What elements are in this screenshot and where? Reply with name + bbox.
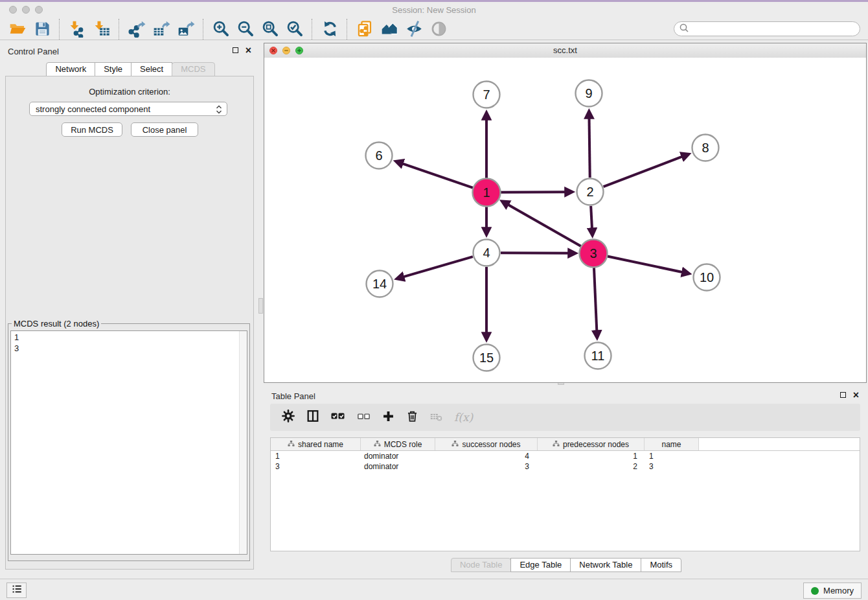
graph-node-7[interactable]: 7 (474, 82, 500, 108)
tab-motifs[interactable]: Motifs (641, 558, 681, 572)
graph-node-8[interactable]: 8 (692, 135, 719, 161)
search-box[interactable] (674, 21, 860, 36)
delete-table-icon (429, 409, 444, 426)
vertical-splitter-handle[interactable] (258, 298, 263, 314)
network-graph[interactable]: 1234678910111415 (264, 58, 866, 382)
svg-text:11: 11 (591, 349, 605, 363)
open-folder-button[interactable] (5, 19, 30, 39)
network-close-icon[interactable] (269, 47, 277, 54)
delete-table-button (429, 409, 444, 426)
tab-edge-table[interactable]: Edge Table (510, 558, 571, 572)
graph-edge-2-3[interactable] (591, 206, 592, 235)
zoom-selected-button[interactable] (282, 19, 307, 39)
graph-node-10[interactable]: 10 (694, 264, 720, 291)
eye-disabled-button (426, 19, 451, 39)
optimization-criterion-select[interactable]: strongly connected component (29, 102, 227, 116)
graph-node-4[interactable]: 4 (474, 240, 500, 266)
home-button[interactable] (377, 19, 402, 39)
result-scrollbar[interactable] (239, 331, 247, 554)
network-canvas[interactable]: 1234678910111415 (264, 58, 866, 382)
clone-network-button[interactable] (352, 19, 377, 39)
import-network-button[interactable] (65, 19, 89, 39)
table-panel-title: Table Panel (271, 391, 315, 401)
float-table-panel-icon[interactable] (840, 392, 846, 398)
column-header-mcds-role[interactable]: MCDS role (361, 438, 435, 450)
graph-node-2[interactable]: 2 (577, 179, 604, 205)
zoom-fit-button[interactable] (258, 19, 282, 39)
mcds-panel: Optimization criterion: strongly connect… (5, 76, 254, 570)
graph-node-15[interactable]: 15 (474, 345, 500, 371)
graph-edge-2-9[interactable] (589, 111, 589, 178)
graph-edge-4-14[interactable] (397, 257, 473, 279)
graph-edge-2-8[interactable] (604, 154, 689, 187)
run-mcds-button[interactable]: Run MCDS (62, 122, 122, 137)
table-row[interactable]: 1 dominator 4 1 1 (271, 451, 860, 461)
graph-edge-1-6[interactable] (396, 161, 473, 188)
control-panel-tabs: Network Style Select MCDS (0, 62, 260, 76)
tab-mcds[interactable]: MCDS (172, 62, 214, 76)
mcds-result-box[interactable]: 1 3 (10, 330, 247, 555)
zoom-out-icon (237, 20, 255, 38)
graph-node-1[interactable]: 1 (473, 179, 501, 207)
node-table: shared name MCDS role successor nodes pr… (270, 437, 860, 551)
export-table-icon (153, 20, 170, 38)
column-header-name[interactable]: name (645, 438, 699, 450)
open-folder-icon (9, 20, 27, 38)
import-table-button[interactable] (89, 19, 114, 39)
columns-button[interactable] (306, 409, 320, 426)
graph-edge-3-1[interactable] (502, 202, 581, 246)
close-panel-button[interactable]: Close panel (131, 122, 198, 137)
graph-edge-4-3[interactable] (501, 253, 575, 253)
trash-button[interactable] (405, 410, 419, 426)
tab-network[interactable]: Network (46, 62, 95, 76)
check-all-button[interactable] (330, 408, 346, 426)
save-button[interactable] (30, 19, 54, 39)
table-row[interactable]: 3 dominator 3 2 3 (271, 461, 860, 472)
column-header-successor-nodes[interactable]: successor nodes (435, 438, 538, 450)
hide-details-button[interactable] (402, 19, 426, 39)
svg-text:7: 7 (483, 87, 490, 102)
function-builder-button: f(x) (454, 411, 473, 424)
tab-select[interactable]: Select (131, 62, 172, 76)
search-input[interactable] (689, 23, 860, 36)
control-panel-title: Control Panel (8, 47, 59, 56)
sitemap-sort-icon (451, 440, 459, 449)
graph-edge-1-2[interactable] (501, 192, 572, 192)
tab-style[interactable]: Style (95, 62, 131, 76)
column-header-shared-name[interactable]: shared name (271, 438, 361, 450)
memory-button[interactable]: Memory (803, 583, 862, 599)
export-image-button[interactable] (174, 19, 198, 39)
graph-edge-3-10[interactable] (608, 257, 689, 274)
float-panel-icon[interactable] (233, 47, 238, 53)
export-table-button[interactable] (149, 19, 174, 39)
close-panel-icon[interactable]: × (246, 47, 251, 54)
graph-edge-3-11[interactable] (594, 268, 597, 338)
columns-icon (306, 409, 320, 426)
add-button[interactable] (382, 410, 395, 426)
main-toolbar (0, 18, 868, 40)
network-minimize-icon[interactable] (282, 47, 290, 54)
column-header-predecessor-nodes[interactable]: predecessor nodes (538, 438, 645, 450)
gear-button[interactable] (281, 409, 295, 426)
close-table-panel-icon[interactable]: × (853, 391, 859, 398)
refresh-button[interactable] (317, 19, 342, 39)
tab-node-table[interactable]: Node Table (451, 558, 512, 572)
task-history-button[interactable] (6, 583, 27, 598)
sitemap-sort-icon (288, 440, 295, 449)
uncheck-all-button[interactable] (356, 409, 371, 426)
graph-node-9[interactable]: 9 (576, 80, 602, 107)
table-header-row: shared name MCDS role successor nodes pr… (271, 438, 860, 451)
svg-text:2: 2 (586, 185, 593, 199)
zoom-in-button[interactable] (209, 19, 233, 39)
svg-text:6: 6 (375, 148, 382, 163)
graph-node-14[interactable]: 14 (367, 271, 393, 297)
network-maximize-icon[interactable] (295, 47, 303, 54)
gear-icon (281, 409, 295, 426)
zoom-out-button[interactable] (233, 19, 258, 39)
graph-node-11[interactable]: 11 (585, 343, 611, 369)
graph-node-6[interactable]: 6 (366, 143, 393, 169)
tab-network-table[interactable]: Network Table (570, 558, 641, 572)
toolbar-separator (59, 19, 60, 40)
export-network-button[interactable] (124, 19, 149, 39)
graph-node-3[interactable]: 3 (580, 240, 608, 268)
